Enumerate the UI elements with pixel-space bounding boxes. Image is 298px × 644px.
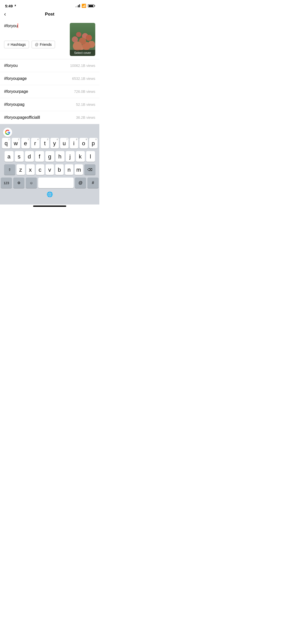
- suggestion-tag: #foryoupageofficialll: [4, 115, 40, 120]
- key-e[interactable]: 3e: [21, 138, 30, 149]
- google-logo: [3, 128, 12, 137]
- suggestion-item[interactable]: #foryou 10062.1B views: [0, 59, 99, 72]
- key-q[interactable]: 1q: [2, 138, 10, 149]
- suggestion-tag: #foryoupage: [4, 76, 27, 81]
- key-f[interactable]: f: [35, 151, 44, 162]
- suggestions-list: #foryou 10062.1B views #foryoupage 6532.…: [0, 59, 99, 124]
- suggestion-views: 726.0B views: [74, 90, 95, 94]
- page-title: Post: [45, 12, 55, 17]
- key-m[interactable]: m: [75, 164, 83, 175]
- keyboard-area: 1q 2w 3e 4r 5t 6y 7u 8i 9o 0p a s d f g …: [0, 124, 99, 204]
- hashtag-icon: #: [7, 42, 9, 47]
- key-v[interactable]: v: [46, 164, 54, 175]
- signal-icon: [75, 4, 80, 7]
- suggestion-views: 6532.1B views: [72, 77, 95, 81]
- key-t[interactable]: 5t: [41, 138, 49, 149]
- key-row-3: ⇧ z x c v b n m ⌫: [1, 164, 99, 175]
- at-key[interactable]: @: [75, 178, 86, 188]
- action-buttons: # Hashtags @ Friends: [4, 41, 67, 48]
- globe-icon[interactable]: 🌐: [47, 191, 53, 197]
- key-u[interactable]: 7u: [60, 138, 69, 149]
- suggestion-tag: #foryoupag: [4, 102, 24, 107]
- suggestion-item[interactable]: #foryoupage 6532.1B views: [0, 72, 99, 85]
- status-bar: 5:49 📶: [0, 0, 99, 10]
- key-g[interactable]: g: [45, 151, 54, 162]
- key-row-1: 1q 2w 3e 4r 5t 6y 7u 8i 9o 0p: [1, 138, 99, 149]
- delete-key[interactable]: ⌫: [84, 164, 96, 175]
- key-r[interactable]: 4r: [31, 138, 39, 149]
- hashtags-label: Hashtags: [11, 42, 26, 47]
- caption-input[interactable]: #foryou: [4, 23, 67, 38]
- settings-key[interactable]: ⚙: [13, 178, 24, 188]
- emoji-key[interactable]: ☺: [26, 178, 37, 188]
- video-thumbnail[interactable]: Select cover: [70, 23, 95, 56]
- key-l[interactable]: l: [86, 151, 95, 162]
- caption-area: #foryou # Hashtags @ Friends: [4, 23, 67, 48]
- key-i[interactable]: 8i: [70, 138, 78, 149]
- key-w[interactable]: 2w: [12, 138, 20, 149]
- space-key[interactable]: [38, 178, 74, 188]
- key-n[interactable]: n: [65, 164, 73, 175]
- content-area: #foryou # Hashtags @ Friends Select cove…: [0, 20, 99, 59]
- hashtags-button[interactable]: # Hashtags: [4, 41, 29, 48]
- suggestion-item[interactable]: #foryoupag 52.1B views: [0, 98, 99, 111]
- key-k[interactable]: k: [76, 151, 85, 162]
- suggestion-tag: #foryou: [4, 63, 18, 68]
- key-p[interactable]: 0p: [89, 138, 98, 149]
- keyboard-rows: 1q 2w 3e 4r 5t 6y 7u 8i 9o 0p a s d f g …: [0, 138, 99, 175]
- key-row-2: a s d f g h j k l: [1, 151, 99, 162]
- status-icons: 📶: [75, 4, 94, 8]
- suggestion-item[interactable]: #foryoupageofficialll 36.2B views: [0, 111, 99, 124]
- keyboard-bottom-row: 123 ⚙ ☺ @ #: [0, 178, 99, 188]
- key-s[interactable]: s: [15, 151, 24, 162]
- globe-bar: 🌐: [0, 190, 99, 204]
- key-j[interactable]: j: [66, 151, 75, 162]
- friends-label: Friends: [40, 42, 52, 47]
- key-c[interactable]: c: [36, 164, 44, 175]
- select-cover-label: Select cover: [70, 50, 95, 56]
- suggestion-tag: #foryourpage: [4, 89, 28, 94]
- suggestion-views: 36.2B views: [76, 115, 95, 120]
- key-z[interactable]: z: [17, 164, 25, 175]
- location-icon: [14, 4, 17, 7]
- keyboard-top-bar: [0, 126, 99, 138]
- shift-key[interactable]: ⇧: [4, 164, 15, 175]
- suggestion-views: 10062.1B views: [70, 64, 95, 68]
- text-cursor: [18, 23, 18, 28]
- suggestion-item[interactable]: #foryourpage 726.0B views: [0, 85, 99, 98]
- nav-bar: ‹ Post: [0, 10, 99, 20]
- status-time: 5:49: [5, 4, 13, 8]
- key-d[interactable]: d: [25, 151, 34, 162]
- key-x[interactable]: x: [26, 164, 35, 175]
- wifi-icon: 📶: [82, 4, 86, 8]
- key-o[interactable]: 9o: [79, 138, 88, 149]
- hash-key[interactable]: #: [87, 178, 99, 188]
- key-b[interactable]: b: [55, 164, 64, 175]
- key-y[interactable]: 6y: [50, 138, 59, 149]
- friends-button[interactable]: @ Friends: [32, 41, 55, 48]
- battery-icon: [88, 4, 94, 7]
- numbers-key[interactable]: 123: [1, 178, 12, 188]
- back-button[interactable]: ‹: [4, 11, 6, 18]
- suggestion-views: 52.1B views: [76, 103, 95, 107]
- caption-text: #foryou: [4, 24, 18, 28]
- at-icon: @: [35, 42, 38, 47]
- home-bar: [33, 206, 66, 207]
- key-a[interactable]: a: [5, 151, 13, 162]
- key-h[interactable]: h: [56, 151, 64, 162]
- home-indicator: [0, 204, 99, 209]
